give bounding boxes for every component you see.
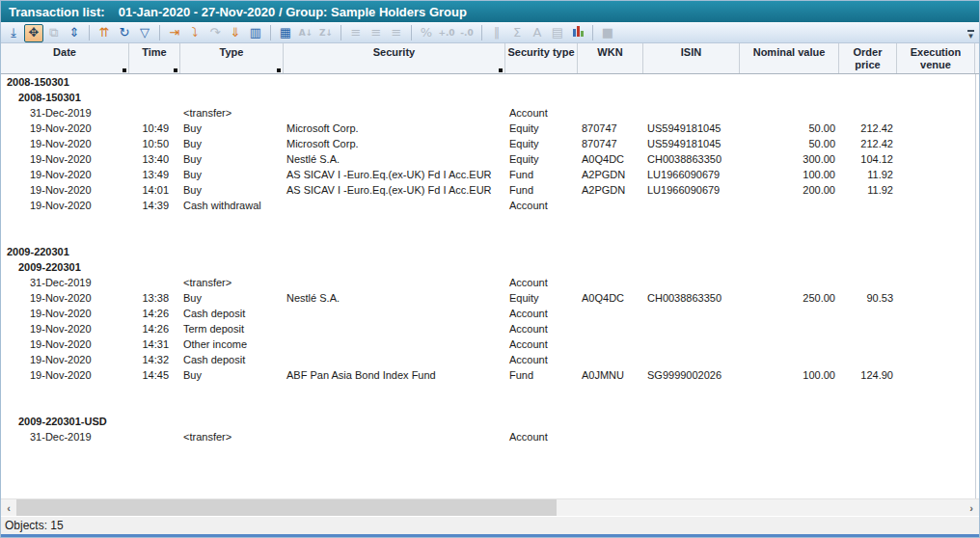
header-cell-type[interactable]: Type — [180, 43, 284, 73]
cell-time: 14:01 — [129, 182, 180, 198]
transaction-row[interactable]: 19-Nov-202013:49BuyAS SICAV I -Euro.Eq.(… — [1, 167, 979, 182]
cell-date: 19-Nov-2020 — [1, 352, 129, 367]
transaction-row[interactable]: 19-Nov-202010:50BuyMicrosoft Corp.Equity… — [1, 136, 979, 151]
transaction-row[interactable]: 19-Nov-202014:26Cash depositAccount — [1, 306, 979, 321]
table-view-icon: ▤ — [548, 24, 567, 42]
column-lines-icon[interactable]: ▦ — [276, 24, 295, 42]
cell-isin: US5949181045 — [643, 136, 740, 151]
cell-date: 19-Nov-2020 — [1, 182, 129, 198]
expand-rows-icon[interactable]: ⇕ — [65, 24, 84, 42]
cell-type: Buy — [180, 167, 284, 182]
cell-venue — [897, 198, 975, 213]
scroll-left-button[interactable]: ‹ — [1, 499, 16, 516]
transaction-row[interactable]: 19-Nov-202014:31Other incomeAccount — [1, 336, 979, 352]
window-title: Transaction list: — [9, 5, 105, 19]
column-marker — [499, 68, 503, 72]
cell-price: 212.42 — [839, 121, 897, 136]
cell-nominal — [740, 198, 839, 213]
toolbar-separator — [270, 25, 271, 40]
cell-security — [284, 275, 505, 290]
transaction-row[interactable]: 19-Nov-202014:26Term depositAccount — [1, 321, 979, 336]
align-center-icon: ≡ — [367, 24, 386, 42]
transaction-row[interactable]: 19-Nov-202013:38BuyNestlé S.A.EquityA0Q4… — [1, 290, 979, 306]
cell-date: 19-Nov-2020 — [1, 167, 129, 182]
header-label: Nominal value — [753, 46, 826, 73]
cell-venue — [897, 105, 975, 121]
cell-venue — [897, 367, 975, 383]
step-into-icon[interactable]: ⤵ — [185, 24, 204, 42]
spacer-row — [1, 398, 979, 414]
cell-wkn — [578, 306, 643, 321]
chart-view-icon[interactable] — [568, 24, 587, 42]
cell-nominal: 50.00 — [740, 136, 839, 151]
horizontal-scrollbar[interactable]: ‹ › — [1, 498, 979, 516]
refresh-icon[interactable]: ↻ — [115, 24, 134, 42]
header-cell-security[interactable]: Security — [284, 43, 505, 73]
cell-venue — [897, 306, 975, 321]
header-cell-sectype[interactable]: Security type — [505, 43, 578, 73]
transaction-row[interactable]: 31-Dec-2019<transfer>Account — [1, 105, 979, 121]
table-area: 2008-1503012008-15030131-Dec-2019<transf… — [1, 74, 979, 498]
scroll-right-button[interactable]: › — [964, 499, 979, 516]
cell-time: 13:49 — [129, 167, 180, 182]
cell-price: 11.92 — [839, 182, 897, 198]
cell-security: Nestlé S.A. — [284, 290, 505, 306]
scrollbar-track[interactable] — [16, 499, 964, 516]
cell-date: 31-Dec-2019 — [1, 275, 129, 290]
transaction-row[interactable]: 19-Nov-202013:40BuyNestlé S.A.EquityA0Q4… — [1, 151, 979, 167]
cell-price: 11.92 — [839, 167, 897, 182]
cell-venue — [897, 336, 975, 352]
cell-venue — [897, 167, 975, 182]
toolbar: ⤓✥⧉⇕⇈↻▽⇥⤵↷⇓▥▦A↓Z↓≡≡≡%+.0-.0‖ΣA▤■ ▼ — [1, 22, 979, 43]
header-cell-nominal[interactable]: Nominal value — [740, 43, 839, 73]
cell-wkn — [578, 352, 643, 367]
scrollbar-thumb[interactable] — [16, 499, 557, 516]
toolbar-overflow-button[interactable]: ▼ — [965, 26, 977, 41]
cell-price: 104.12 — [839, 151, 897, 167]
transaction-row[interactable]: 19-Nov-202014:39Cash withdrawalAccount — [1, 198, 979, 213]
transaction-row[interactable]: 19-Nov-202014:45BuyABF Pan Asia Bond Ind… — [1, 367, 979, 383]
toolbar-separator — [89, 25, 90, 40]
header-cell-price[interactable]: Order price — [839, 43, 897, 73]
header-cell-wkn[interactable]: WKN — [578, 43, 643, 73]
header-cell-time[interactable]: Time — [129, 43, 180, 73]
cell-wkn: 870747 — [578, 136, 643, 151]
header-cell-venue[interactable]: Execution venue — [897, 43, 975, 73]
cell-type: Cash withdrawal — [180, 198, 284, 213]
cell-date: 19-Nov-2020 — [1, 151, 129, 167]
transaction-row[interactable]: 19-Nov-202014:32Cash depositAccount — [1, 352, 979, 367]
drill-down-icon[interactable]: ⇓ — [226, 24, 245, 42]
cell-venue — [897, 429, 975, 444]
cell-time — [129, 105, 180, 121]
cell-nominal: 250.00 — [740, 290, 839, 306]
column-marker — [277, 68, 281, 72]
transaction-row[interactable]: 31-Dec-2019<transfer>Account — [1, 275, 979, 290]
group-row[interactable]: 2008-150301 — [1, 74, 979, 90]
detach-window-icon[interactable]: ⇈ — [95, 24, 114, 42]
transaction-row[interactable]: 19-Nov-202014:01BuyAS SICAV I -Euro.Eq.(… — [1, 182, 979, 198]
fit-to-window-icon[interactable]: ✥ — [24, 24, 43, 42]
column-marker — [174, 68, 177, 72]
cell-security — [284, 429, 505, 444]
header-cell-date[interactable]: Date — [1, 43, 129, 73]
sort-ascending-icon: A↓ — [296, 24, 315, 42]
cell-sectype: Equity — [505, 136, 578, 151]
cell-price: 90.53 — [839, 290, 897, 306]
group-row[interactable]: 2009-220301 — [1, 244, 979, 259]
histogram-icon[interactable]: ▥ — [246, 24, 265, 42]
cell-wkn — [578, 429, 643, 444]
transaction-row[interactable]: 19-Nov-202010:49BuyMicrosoft Corp.Equity… — [1, 121, 979, 136]
group-row[interactable]: 2009-220301-USD — [1, 414, 979, 429]
cell-venue — [897, 151, 975, 167]
cell-security — [284, 352, 505, 367]
insert-marker-icon[interactable]: ⇥ — [165, 24, 184, 42]
group-row[interactable]: 2009-220301 — [1, 259, 979, 275]
cell-isin: CH0038863350 — [643, 151, 740, 167]
increase-decimals-icon: +.0 — [437, 24, 456, 42]
transaction-row[interactable]: 31-Dec-2019<transfer>Account — [1, 429, 979, 444]
expand-branch-icon[interactable]: ⤓ — [4, 24, 23, 42]
filter-settings-icon[interactable]: ▽ — [135, 24, 154, 42]
group-row[interactable]: 2008-150301 — [1, 90, 979, 105]
header-cell-isin[interactable]: ISIN — [643, 43, 740, 73]
cell-wkn: A2PGDN — [578, 182, 643, 198]
